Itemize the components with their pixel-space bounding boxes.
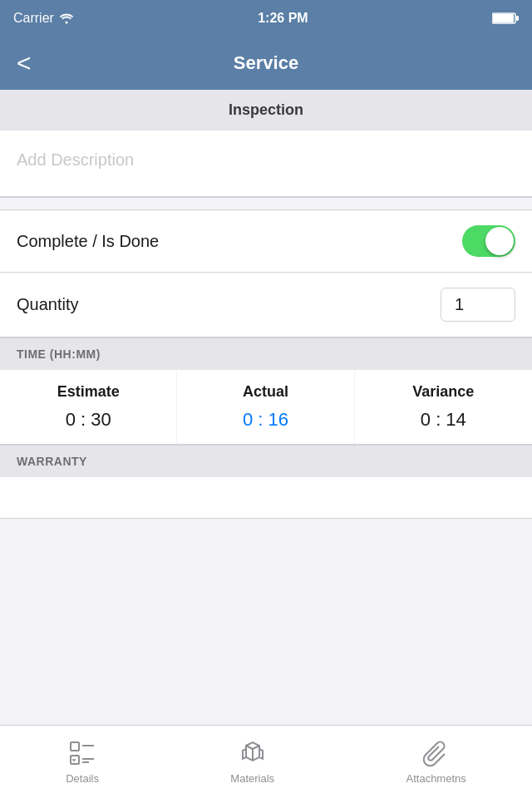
variance-header: Variance [363, 383, 524, 401]
actual-header: Actual [185, 383, 345, 401]
time-grid: Estimate 0 : 30 Actual 0 : 16 Variance 0… [0, 370, 532, 445]
actual-col: Actual 0 : 16 [177, 370, 354, 444]
estimate-value: 0 : 30 [8, 409, 168, 431]
svg-line-11 [246, 746, 253, 749]
battery-icon [492, 12, 519, 25]
tab-attachments[interactable]: Attachmetns [390, 732, 483, 791]
tab-details[interactable]: Details [49, 732, 116, 791]
status-carrier: Carrier [13, 11, 74, 26]
page-title: Service [234, 52, 298, 74]
tab-materials-label: Materials [230, 772, 274, 785]
time-label: TIME (hh:mm) [17, 347, 101, 361]
details-icon [67, 739, 97, 769]
attachments-icon [421, 739, 451, 769]
materials-icon [238, 739, 268, 769]
content-area: Inspection Add Description Complete / Is… [0, 90, 532, 725]
warranty-label: WARRANTY [17, 455, 87, 468]
complete-label: Complete / Is Done [17, 232, 159, 251]
separator [0, 197, 532, 210]
inspection-label: Inspection [229, 101, 303, 118]
tab-bar: Details Materials Attachmetns [0, 725, 532, 798]
svg-rect-4 [71, 742, 79, 751]
estimate-col: Estimate 0 : 30 [0, 370, 177, 444]
warranty-section-header: WARRANTY [0, 445, 532, 477]
description-placeholder: Add Description [17, 150, 134, 169]
back-button[interactable]: < [17, 51, 32, 76]
status-time: 1:26 PM [258, 11, 308, 26]
wifi-icon [59, 12, 74, 24]
tab-details-label: Details [66, 772, 99, 785]
inspection-section-header: Inspection [0, 90, 532, 131]
tab-attachments-label: Attachmetns [406, 772, 466, 785]
complete-toggle[interactable] [462, 225, 515, 257]
quantity-input[interactable] [441, 288, 515, 322]
status-bar: Carrier 1:26 PM [0, 0, 532, 37]
svg-rect-2 [493, 14, 514, 22]
time-section-header: TIME (hh:mm) [0, 337, 532, 370]
actual-value: 0 : 16 [185, 409, 345, 431]
svg-line-12 [253, 746, 259, 749]
svg-rect-3 [516, 16, 519, 21]
tab-materials[interactable]: Materials [214, 732, 291, 791]
variance-col: Variance 0 : 14 [355, 370, 532, 444]
complete-toggle-row: Complete / Is Done [0, 210, 532, 273]
warranty-content [0, 477, 532, 519]
svg-point-0 [65, 22, 67, 24]
estimate-header: Estimate [8, 383, 168, 401]
quantity-label: Quantity [17, 295, 78, 314]
toggle-knob [485, 227, 514, 255]
quantity-row: Quantity [0, 273, 532, 337]
nav-bar: < Service [0, 37, 532, 90]
description-area[interactable]: Add Description [0, 131, 532, 197]
variance-value: 0 : 14 [363, 409, 524, 431]
